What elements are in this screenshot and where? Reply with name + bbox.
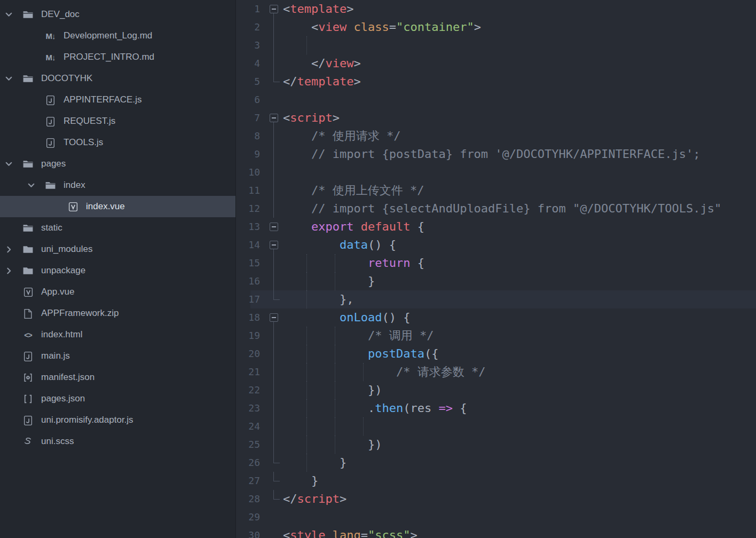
- code-line-4[interactable]: 4 </view>: [237, 54, 756, 73]
- code-text: /* 请求参数 */: [283, 363, 485, 381]
- tree-item-appframework-zip[interactable]: APPFramework.zip: [0, 303, 235, 324]
- code-line-24[interactable]: 24: [237, 417, 756, 436]
- code-text: }: [283, 472, 318, 490]
- chevron-down-icon[interactable]: [27, 181, 36, 190]
- code-text: data() {: [283, 236, 396, 254]
- line-number: 20: [237, 345, 260, 363]
- manifest-icon: [22, 372, 34, 383]
- code-text: <script>: [283, 109, 340, 127]
- code-line-14[interactable]: 14 data() {: [237, 236, 756, 254]
- code-token: (: [403, 401, 410, 415]
- fold-collapse-marker[interactable]: [270, 5, 278, 13]
- code-line-7[interactable]: 7<script>: [237, 109, 756, 127]
- code-line-6[interactable]: 6: [237, 91, 756, 109]
- chevron-down-icon[interactable]: [4, 10, 13, 19]
- code-token: then: [375, 401, 403, 415]
- line-number: 8: [237, 127, 260, 145]
- fold-collapse-marker[interactable]: [270, 223, 278, 231]
- tree-item-main-js[interactable]: main.js: [0, 345, 235, 367]
- code-line-8[interactable]: 8 /* 使用请求 */: [237, 127, 756, 145]
- chevron-right-icon[interactable]: [4, 245, 13, 254]
- code-line-19[interactable]: 19 /* 调用 */: [237, 327, 756, 345]
- tree-item-pages-json[interactable]: pages.json: [0, 388, 235, 409]
- tree-item-manifest-json[interactable]: manifest.json: [0, 367, 235, 388]
- code-text: // import {selectAndUploadFile} from "@/…: [283, 200, 721, 218]
- code-token: <: [283, 20, 318, 34]
- tree-item-label: pages: [41, 153, 66, 175]
- line-number: 22: [237, 381, 260, 399]
- fold-guide-line: [273, 345, 274, 363]
- code-line-13[interactable]: 13 export default {: [237, 218, 756, 236]
- code-line-30[interactable]: 30<style lang="scss">: [237, 526, 756, 538]
- code-line-11[interactable]: 11 /* 使用上传文件 */: [237, 181, 756, 200]
- tree-item-label: index: [64, 175, 85, 196]
- code-line-2[interactable]: 2 <view class="container">: [237, 18, 756, 36]
- code-line-17[interactable]: 17 },: [237, 290, 756, 308]
- chevron-down-icon[interactable]: [4, 160, 13, 169]
- line-number: 25: [237, 436, 260, 454]
- tree-item-request-js[interactable]: REQUEST.js: [0, 110, 235, 132]
- code-line-9[interactable]: 9 // import {postData} from '@/DOCOTYHK/…: [237, 145, 756, 163]
- tree-item-dev-doc[interactable]: DEV_doc: [0, 4, 235, 25]
- code-text: },: [283, 290, 353, 308]
- tree-item-tools-js[interactable]: TOOLS.js: [0, 132, 235, 153]
- tree-item-label: APPFramework.zip: [41, 303, 119, 324]
- code-token: script: [290, 111, 332, 124]
- tree-item-pages[interactable]: pages: [0, 153, 235, 175]
- code-line-25[interactable]: 25 }): [237, 436, 756, 454]
- tree-item-index-html[interactable]: <>index.html: [0, 324, 235, 345]
- fold-guide-line: [273, 490, 274, 499]
- line-number: 1: [237, 0, 260, 18]
- indent-guide: [363, 417, 364, 436]
- tree-item-uni-promisify-adaptor-js[interactable]: uni.promisify.adaptor.js: [0, 409, 235, 431]
- fold-collapse-marker[interactable]: [270, 114, 278, 122]
- indent-guide: [306, 36, 307, 54]
- code-token: [325, 528, 332, 538]
- code-token: }): [283, 383, 382, 397]
- code-token: }): [283, 438, 382, 451]
- code-line-21[interactable]: 21 /* 请求参数 */: [237, 363, 756, 381]
- tree-item-app-vue[interactable]: App.vue: [0, 281, 235, 303]
- line-number: 23: [237, 399, 260, 417]
- chevron-down-icon[interactable]: [4, 74, 13, 83]
- code-editor[interactable]: 1<template>2 <view class="container">34 …: [237, 0, 756, 538]
- fold-collapse-marker[interactable]: [270, 313, 278, 322]
- code-line-10[interactable]: 10: [237, 163, 756, 181]
- code-line-28[interactable]: 28</script>: [237, 490, 756, 508]
- code-line-16[interactable]: 16 }: [237, 272, 756, 290]
- code-line-15[interactable]: 15 return {: [237, 254, 756, 272]
- code-line-3[interactable]: 3: [237, 36, 756, 54]
- chevron-right-icon[interactable]: [4, 266, 13, 275]
- code-token: [346, 20, 353, 34]
- code-line-20[interactable]: 20 postData({: [237, 345, 756, 363]
- tree-item-uni-modules[interactable]: uni_modules: [0, 239, 235, 260]
- tree-item-appinterface-js[interactable]: APPINTERFACE.js: [0, 89, 235, 110]
- tree-item-project-intro-md[interactable]: M↓PROJECT_INTRO.md: [0, 46, 235, 68]
- tree-item-index[interactable]: index: [0, 175, 235, 196]
- code-text: </view>: [283, 54, 361, 73]
- tree-item-unpackage[interactable]: unpackage: [0, 260, 235, 281]
- fold-guide-line: [273, 73, 274, 82]
- code-token: <: [283, 111, 290, 124]
- code-line-18[interactable]: 18 onLoad() {: [237, 308, 756, 327]
- tree-item-index-vue[interactable]: index.vue: [0, 196, 235, 217]
- code-line-5[interactable]: 5</template>: [237, 73, 756, 91]
- tree-item-uni-scss[interactable]: uni.scss: [0, 431, 235, 452]
- code-line-27[interactable]: 27 }: [237, 472, 756, 490]
- code-line-26[interactable]: 26 }: [237, 454, 756, 472]
- code-token: /* 使用请求 */: [283, 129, 400, 143]
- code-line-29[interactable]: 29: [237, 508, 756, 526]
- code-line-22[interactable]: 22 }): [237, 381, 756, 399]
- tree-item-docotyhk[interactable]: DOCOTYHK: [0, 68, 235, 89]
- code-line-23[interactable]: 23 .then(res => {: [237, 399, 756, 417]
- code-token: res: [410, 401, 438, 415]
- fold-collapse-marker[interactable]: [270, 241, 278, 249]
- tree-item-label: REQUEST.js: [64, 110, 115, 132]
- code-text: </template>: [283, 73, 361, 91]
- tree-item-static[interactable]: static: [0, 217, 235, 239]
- code-token: [283, 220, 311, 233]
- folder-open-icon: [22, 223, 34, 234]
- tree-item-development-log-md[interactable]: M↓Development_Log.md: [0, 25, 235, 46]
- code-line-12[interactable]: 12 // import {selectAndUploadFile} from …: [237, 200, 756, 218]
- code-line-1[interactable]: 1<template>: [237, 0, 756, 18]
